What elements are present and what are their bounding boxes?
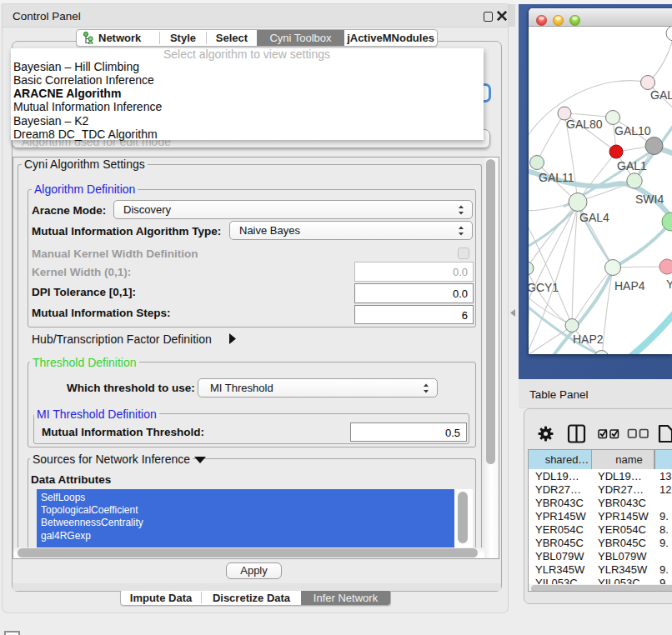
svg-text:GAL1: GAL1 xyxy=(617,159,647,172)
svg-text:GAL7: GAL7 xyxy=(650,88,672,102)
svg-text:Y: Y xyxy=(666,278,672,291)
svg-text:GAL10: GAL10 xyxy=(614,124,651,138)
svg-text:GAL4: GAL4 xyxy=(579,211,609,224)
svg-text:GAL11: GAL11 xyxy=(539,171,574,184)
svg-text:HAP4: HAP4 xyxy=(614,279,645,292)
svg-text:GCY1: GCY1 xyxy=(529,281,559,294)
svg-text:HAP2: HAP2 xyxy=(573,332,604,346)
svg-text:SWI4: SWI4 xyxy=(635,192,664,206)
svg-text:GAL80: GAL80 xyxy=(566,118,603,131)
